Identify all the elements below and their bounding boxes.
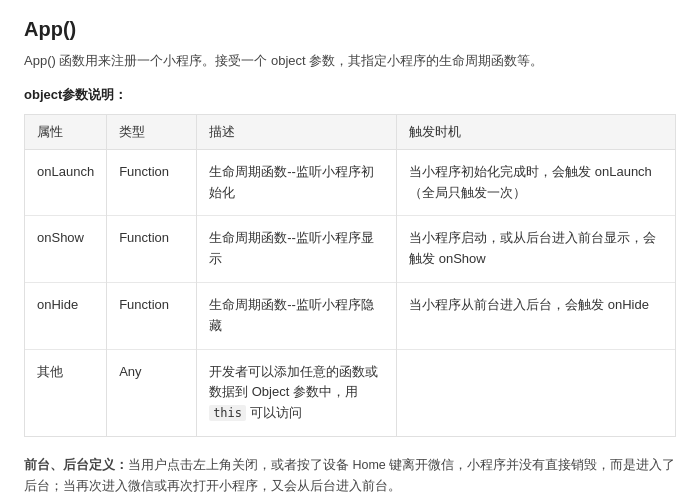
cell-type: Function — [107, 216, 197, 283]
intro-text: App() 函数用来注册一个小程序。接受一个 object 参数，其指定小程序的… — [24, 51, 676, 72]
cell-attr: onLaunch — [25, 149, 107, 216]
section-title: object参数说明： — [24, 86, 676, 104]
col-header-desc: 描述 — [197, 114, 397, 149]
cell-desc: 生命周期函数--监听小程序隐藏 — [197, 282, 397, 349]
table-body: onLaunchFunction生命周期函数--监听小程序初始化当小程序初始化完… — [25, 149, 676, 436]
cell-type: Function — [107, 149, 197, 216]
page-title: App() — [24, 18, 676, 41]
cell-desc: 开发者可以添加任意的函数或数据到 Object 参数中，用 this 可以访问 — [197, 349, 397, 436]
cell-attr: 其他 — [25, 349, 107, 436]
cell-trigger — [397, 349, 676, 436]
col-header-attr: 属性 — [25, 114, 107, 149]
table-row: onShowFunction生命周期函数--监听小程序显示当小程序启动，或从后台… — [25, 216, 676, 283]
params-table: 属性 类型 描述 触发时机 onLaunchFunction生命周期函数--监听… — [24, 114, 676, 437]
col-header-trigger: 触发时机 — [397, 114, 676, 149]
cell-trigger: 当小程序初始化完成时，会触发 onLaunch（全局只触发一次） — [397, 149, 676, 216]
cell-type: Any — [107, 349, 197, 436]
cell-trigger: 当小程序启动，或从后台进入前台显示，会触发 onShow — [397, 216, 676, 283]
table-row: onLaunchFunction生命周期函数--监听小程序初始化当小程序初始化完… — [25, 149, 676, 216]
cell-trigger: 当小程序从前台进入后台，会触发 onHide — [397, 282, 676, 349]
cell-desc: 生命周期函数--监听小程序初始化 — [197, 149, 397, 216]
cell-attr: onShow — [25, 216, 107, 283]
cell-attr: onHide — [25, 282, 107, 349]
footer-bold-label: 前台、后台定义： — [24, 458, 128, 472]
table-row: 其他Any开发者可以添加任意的函数或数据到 Object 参数中，用 this … — [25, 349, 676, 436]
footer-section: 前台、后台定义：当用户点击左上角关闭，或者按了设备 Home 键离开微信，小程序… — [24, 455, 676, 502]
table-row: onHideFunction生命周期函数--监听小程序隐藏当小程序从前台进入后台… — [25, 282, 676, 349]
footer-line1: 前台、后台定义：当用户点击左上角关闭，或者按了设备 Home 键离开微信，小程序… — [24, 455, 676, 498]
cell-desc: 生命周期函数--监听小程序显示 — [197, 216, 397, 283]
table-header: 属性 类型 描述 触发时机 — [25, 114, 676, 149]
cell-type: Function — [107, 282, 197, 349]
col-header-type: 类型 — [107, 114, 197, 149]
